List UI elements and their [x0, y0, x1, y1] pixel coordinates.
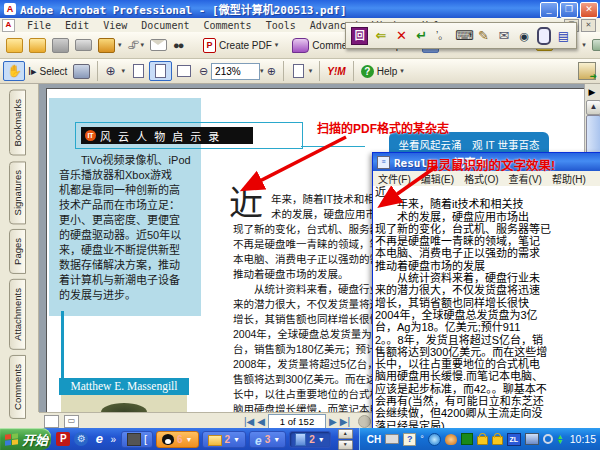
restore-button[interactable]: ❐ — [560, 2, 578, 18]
scroll-up-button[interactable]: ▲ — [586, 100, 600, 115]
doc-close-button[interactable]: ✕ — [581, 19, 596, 32]
zl-app-tray-icon[interactable]: ZL — [507, 433, 521, 446]
previous-page-button[interactable]: ◀ — [257, 416, 265, 427]
next-page-button[interactable]: ▶ — [329, 416, 337, 427]
hand-tool-button[interactable]: ✋ — [3, 61, 25, 81]
taskbar-button-qq[interactable]: 6 ▼ — [156, 431, 199, 448]
actual-size-button[interactable] — [128, 62, 149, 80]
keyboard-icon[interactable]: ⌨ — [455, 28, 471, 44]
page-display-button[interactable]: ▾ — [288, 62, 316, 80]
quicklaunch-ie-icon[interactable]: e — [92, 432, 106, 446]
close-button[interactable]: ✕ — [580, 2, 598, 18]
tab-pages[interactable]: Pages — [9, 229, 26, 274]
zoom-tool-button[interactable]: ⊕▾ — [102, 62, 128, 80]
email-icon — [150, 39, 167, 51]
zoom-out-button[interactable]: ⊖ — [196, 63, 211, 80]
page-number-input[interactable]: 1 of 152 — [268, 414, 326, 429]
quicklaunch-p-icon[interactable]: P — [56, 432, 70, 446]
menu-item[interactable]: File — [20, 20, 58, 31]
dropdown-carat: ▾ — [400, 67, 404, 75]
text-line: 音乐播放器和Xbox游戏 — [59, 168, 201, 183]
taskbar-button-app[interactable]: [ — [121, 431, 153, 448]
text-line: 来，硬盘业不断提供新型 — [59, 243, 201, 258]
updown-arrows-tray-icon[interactable]: ▲▼ — [557, 434, 564, 444]
yahoo-messenger-button[interactable]: Y!M — [324, 64, 348, 79]
document-blue-icon[interactable]: ▤ — [556, 28, 571, 44]
pin-tray-icon[interactable]: ° — [420, 433, 424, 445]
attach-button[interactable]: 🖇▾ — [125, 36, 148, 54]
open-button[interactable] — [3, 36, 26, 55]
create-pdf-button[interactable]: P Create PDF ▾ — [200, 36, 281, 55]
quicklaunch-more-icon[interactable]: » — [110, 434, 116, 445]
text-line: 机都是靠同一种创新的高 — [59, 183, 201, 198]
zoom-in-button[interactable]: ⊕ — [264, 63, 279, 80]
ibeam-icon: I▸ — [28, 65, 37, 78]
menu-item[interactable]: Edit — [58, 20, 96, 31]
lock-tray-icon-1[interactable] — [477, 436, 488, 445]
first-page-button[interactable]: |◀ — [244, 416, 254, 427]
email-button[interactable] — [147, 37, 170, 53]
eye-icon[interactable]: ◉ — [517, 28, 532, 44]
save-button[interactable] — [49, 36, 72, 55]
snapshot-tool-button[interactable] — [70, 62, 93, 81]
photo-head — [101, 403, 147, 412]
binoculars-icon: ●● — [173, 39, 189, 51]
collapse-icon[interactable]: ▭ — [64, 415, 79, 428]
taskbar-clock[interactable]: 10:15 — [570, 433, 596, 445]
network-tray-icon[interactable] — [525, 433, 539, 445]
taskbar-button-folders[interactable]: 2 ▼ — [202, 431, 247, 448]
mouse-icon[interactable] — [537, 27, 551, 45]
menu-item[interactable]: Tools — [259, 20, 303, 31]
start-button[interactable]: 开始 — [0, 428, 51, 450]
notepad-menu-item[interactable]: 文件(F) — [373, 171, 416, 186]
ime-language-indicator[interactable]: CH — [367, 434, 381, 445]
menu-item[interactable]: View — [96, 20, 134, 31]
green-status-tray-icon[interactable] — [461, 433, 473, 445]
yahoo-icon: Y!M — [327, 66, 345, 77]
help-button[interactable]: ? Help ▾ — [358, 63, 407, 80]
fit-width-button[interactable] — [172, 63, 196, 79]
quick-launch: P ⚙ e » — [51, 432, 121, 446]
zoom-level-input[interactable]: 213% — [211, 63, 260, 80]
scrollbar-thumb[interactable] — [586, 115, 600, 157]
taskbar-button-documents[interactable]: 2 ▼ — [289, 431, 331, 448]
lock-tray-icon-2[interactable] — [492, 436, 503, 445]
notepad-text-area[interactable]: 近 年来，随着it技术和相关技 术的发展，硬盘应用市场出现了新的变化，台式机、服… — [373, 186, 600, 429]
power-tray-icon[interactable] — [543, 434, 553, 444]
menu-item[interactable]: Comments — [196, 20, 258, 31]
taskbar-scroll-down[interactable]: ▼ — [338, 440, 353, 450]
tab-comments[interactable]: Comments — [9, 355, 26, 419]
delete-icon[interactable]: ✕ — [394, 28, 409, 44]
page-size-icon[interactable] — [44, 415, 59, 428]
tab-signatures[interactable]: Signatures — [9, 161, 26, 224]
last-page-button[interactable]: ▶| — [340, 416, 350, 427]
stamp-tool-button[interactable]: ▾ — [589, 37, 600, 53]
notepad-edit-icon[interactable]: ✎ — [476, 28, 491, 44]
tab-attachments[interactable]: Attachments — [9, 279, 26, 350]
menu-item[interactable]: Document — [134, 20, 196, 31]
back-arrow-icon[interactable]: ⇐ — [373, 28, 388, 44]
quicklaunch-gear-icon[interactable]: ⚙ — [74, 432, 88, 446]
minimize-button[interactable]: _ — [540, 2, 558, 18]
ocr-app-logo-icon[interactable]: 回 — [351, 27, 368, 45]
search-button[interactable]: ●● — [170, 37, 192, 53]
punctuation-icon[interactable]: ’。 — [435, 28, 450, 44]
organizer-button[interactable]: ▾ — [95, 36, 125, 55]
send-note-icon[interactable]: ✉ — [496, 28, 511, 44]
round-app-tray-icon[interactable] — [428, 433, 441, 446]
fox-pet-tray-icon[interactable] — [445, 434, 457, 445]
taskbar-scroll-up[interactable]: ▲ — [338, 429, 353, 439]
taskbar-button-ie[interactable]: e 3 ▼ — [249, 431, 286, 448]
enter-icon[interactable]: ↵ — [414, 28, 429, 44]
taskbar-scroll-buttons: ▲ ▼ — [338, 429, 353, 450]
open-organizer-button[interactable] — [26, 36, 49, 55]
picture-tasks-icon[interactable] — [578, 62, 596, 80]
tab-bookmarks[interactable]: Bookmarks — [9, 90, 26, 156]
ocr-text-line: 来的潜力很大，不仅发货盘将迅速 — [375, 284, 600, 296]
fit-page-button[interactable] — [149, 61, 172, 81]
select-tool-button[interactable]: I▸ Select — [25, 63, 70, 80]
printer-tray-icon[interactable] — [385, 434, 399, 444]
print-button[interactable] — [72, 37, 95, 53]
hide-panel-arrow-icon[interactable]: ▶ — [586, 86, 598, 98]
help-tray-icon[interactable]: ? — [403, 433, 416, 446]
